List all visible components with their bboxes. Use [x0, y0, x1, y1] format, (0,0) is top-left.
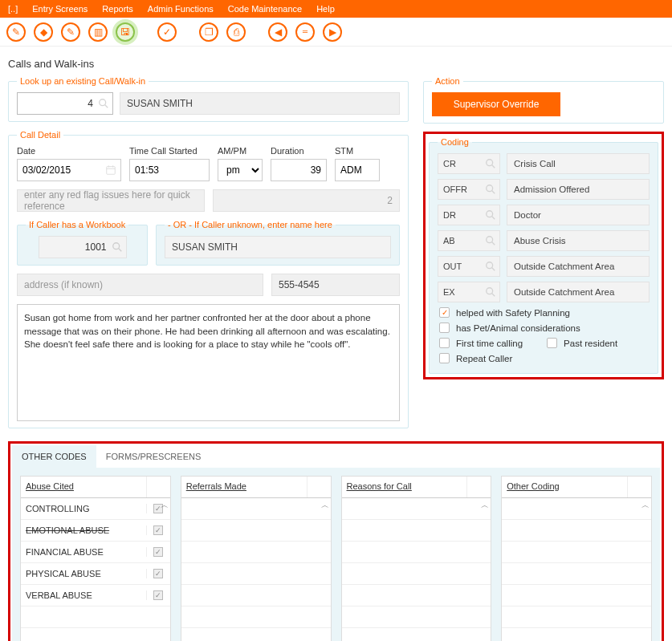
checkbox-label: Repeat Caller — [456, 354, 512, 363]
column-header[interactable]: Other Coding — [502, 477, 627, 497]
table-row[interactable]: FINANCIAL ABUSE — [21, 542, 170, 563]
table-row[interactable] — [181, 520, 331, 542]
column-header[interactable]: Referrals Made — [181, 477, 307, 497]
menu-item[interactable]: Code Maintenance — [228, 4, 302, 14]
coding-code-input[interactable]: OFFR — [438, 179, 500, 200]
save-icon[interactable]: 🖫 — [116, 22, 135, 42]
scroll-up-icon[interactable]: ︿ — [641, 500, 650, 511]
table-row[interactable] — [181, 498, 331, 520]
table-row[interactable]: VERBAL ABUSE — [21, 585, 170, 607]
scroll-up-icon[interactable]: ︿ — [481, 500, 489, 511]
checkbox[interactable] — [439, 323, 450, 333]
redflag-input[interactable]: enter any red flag issues here for quick… — [17, 189, 205, 212]
column-header[interactable]: Reasons for Call — [342, 477, 467, 497]
equals-icon[interactable]: ＝ — [295, 22, 315, 42]
row-checkbox[interactable] — [153, 590, 163, 600]
menu-item[interactable]: Reports — [102, 4, 133, 14]
coding-code-input[interactable]: DR — [438, 205, 500, 225]
table-row[interactable] — [342, 498, 491, 520]
print-icon[interactable]: ⎙ — [226, 22, 246, 42]
ampm-label: AM/PM — [218, 146, 263, 156]
column-header-blank — [146, 477, 170, 497]
search-icon[interactable] — [485, 184, 496, 195]
table-row[interactable] — [502, 607, 651, 628]
calendar-icon[interactable] — [105, 164, 116, 176]
row-checkbox[interactable] — [153, 525, 163, 535]
coding-code-input[interactable]: EX — [438, 282, 500, 302]
check-icon[interactable]: ✓ — [157, 22, 177, 42]
scroll-up-icon[interactable]: ︿ — [161, 500, 169, 511]
table-row[interactable] — [342, 628, 491, 641]
checkbox[interactable] — [439, 338, 450, 348]
table-row[interactable] — [181, 585, 331, 607]
toolbar: ✎ ◆ ✎ ▥ 🖫 ✓ ❐ ⎙ ◀ ＝ ▶ — [0, 18, 672, 47]
table-row[interactable] — [502, 498, 651, 520]
prev-icon[interactable]: ◀ — [268, 22, 287, 42]
search-icon[interactable] — [98, 98, 109, 109]
search-icon[interactable] — [485, 261, 496, 272]
table-row[interactable] — [502, 542, 651, 563]
checkbox[interactable] — [547, 338, 557, 348]
tabs-highlight-frame: OTHER CODES FORMS/PRESCREENS Abuse Cited… — [8, 441, 664, 641]
menu-item[interactable]: Entry Screens — [32, 4, 88, 14]
table-row[interactable] — [502, 520, 651, 542]
table-row[interactable] — [21, 607, 170, 628]
table-row[interactable] — [342, 607, 491, 628]
table-row[interactable] — [181, 607, 331, 628]
ampm-select[interactable]: pm — [218, 159, 263, 181]
lookup-id-input[interactable]: 4 — [17, 92, 113, 115]
coding-code-input[interactable]: AB — [438, 230, 500, 251]
table-row[interactable] — [181, 542, 331, 563]
table-row[interactable] — [21, 628, 170, 641]
menu-bar: [..] Entry Screens Reports Admin Functio… — [0, 0, 672, 18]
scroll-up-icon[interactable]: ︿ — [321, 500, 329, 511]
next-icon[interactable]: ▶ — [323, 22, 342, 42]
supervisor-override-button[interactable]: Supervisor Override — [432, 92, 560, 116]
unknown-name-input[interactable]: SUSAN SMITH — [165, 236, 391, 258]
duration-input[interactable] — [271, 159, 327, 181]
table-row[interactable] — [342, 542, 491, 563]
search-icon[interactable] — [485, 158, 496, 169]
checkbox[interactable] — [439, 353, 450, 363]
copy-icon[interactable]: ❐ — [199, 22, 218, 42]
call-detail-fieldset: Call Detail Date Time Call Started AM/PM… — [8, 130, 409, 428]
table-cell-label: FINANCIAL ABUSE — [21, 547, 146, 557]
phone-input[interactable]: 555-4545 — [271, 274, 400, 296]
search-icon[interactable] — [112, 241, 123, 253]
coding-code-input[interactable]: OUT — [438, 256, 500, 277]
menu-item[interactable]: [..] — [8, 4, 18, 14]
table-row[interactable] — [342, 563, 491, 585]
notes-textarea[interactable]: Susan got home from work and her partner… — [17, 304, 400, 421]
stm-input[interactable] — [335, 159, 380, 181]
tab-other-codes[interactable]: OTHER CODES — [12, 445, 96, 468]
table-row[interactable] — [342, 520, 491, 542]
menu-item[interactable]: Help — [316, 4, 335, 14]
table-row[interactable] — [181, 563, 331, 585]
edit-icon[interactable]: ✎ — [61, 22, 80, 42]
list-icon[interactable]: ▥ — [88, 22, 108, 42]
row-checkbox[interactable] — [153, 547, 163, 557]
table-row[interactable]: CONTROLLING — [21, 498, 170, 520]
table-row[interactable] — [502, 628, 651, 641]
time-input[interactable] — [129, 159, 210, 181]
search-icon[interactable] — [485, 209, 496, 221]
row-checkbox[interactable] — [153, 569, 163, 578]
checkbox[interactable] — [439, 307, 450, 318]
coding-code-text: Outside Catchment Area — [507, 282, 650, 302]
table-row[interactable] — [502, 563, 651, 585]
workbook-input[interactable]: 1001 — [39, 236, 127, 258]
table-row[interactable] — [181, 628, 331, 641]
search-icon[interactable] — [485, 286, 496, 298]
table-row[interactable] — [502, 585, 651, 607]
table-row[interactable]: EMOTIONAL ABUSE — [21, 520, 170, 542]
table-row[interactable]: PHYSICAL ABUSE — [21, 563, 170, 585]
tag-icon[interactable]: ◆ — [34, 22, 53, 42]
menu-item[interactable]: Admin Functions — [148, 4, 214, 14]
search-icon[interactable] — [485, 235, 496, 246]
table-row[interactable] — [342, 585, 491, 607]
coding-code-input[interactable]: CR — [438, 153, 500, 174]
address-input[interactable]: address (if known) — [17, 274, 263, 296]
tab-forms-prescreens[interactable]: FORMS/PRESCREENS — [96, 445, 211, 468]
new-icon[interactable]: ✎ — [6, 22, 26, 42]
column-header[interactable]: Abuse Cited — [21, 477, 146, 497]
